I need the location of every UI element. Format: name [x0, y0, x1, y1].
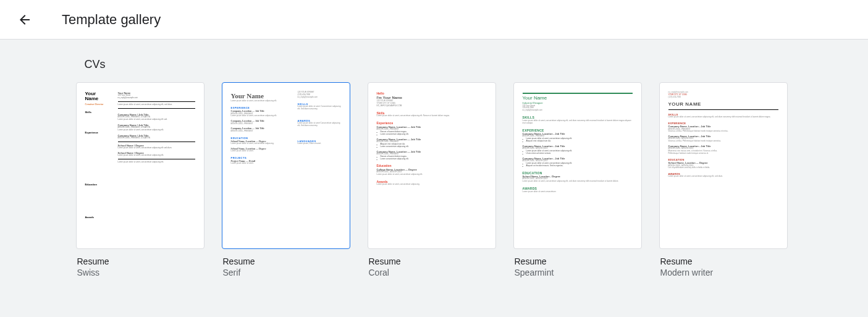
content-area: CVs Your Name Creative Director Skills E… — [0, 40, 868, 317]
template-subtitle: Serif — [222, 268, 350, 277]
arrow-left-icon — [17, 12, 32, 27]
template-thumbnail: Your Name Creative Director Skills Exper… — [76, 82, 204, 249]
thumb-name: YOUR NAME — [668, 101, 778, 108]
template-thumbnail: Hello I'm Your Name 123 YOUR STREET YOUR… — [368, 82, 496, 249]
thumb-role: Creative Director — [85, 103, 113, 106]
template-title: Resume — [513, 256, 642, 266]
template-card-spearmint[interactable]: Your Name Industrial Designer 123 Your S… — [513, 82, 642, 277]
template-title: Resume — [368, 256, 496, 266]
template-title: Resume — [659, 256, 788, 266]
template-thumbnail: no_reply@example.com YOUR CITY, ST 12345… — [659, 82, 788, 249]
template-card-modern-writer[interactable]: no_reply@example.com YOUR CITY, ST 12345… — [659, 82, 788, 277]
template-title: Resume — [222, 256, 350, 266]
template-row: Your Name Creative Director Skills Exper… — [76, 82, 793, 277]
template-card-coral[interactable]: Hello I'm Your Name 123 YOUR STREET YOUR… — [368, 82, 496, 277]
thumb-name: Your Name — [523, 95, 633, 101]
header-bar: Template gallery — [0, 0, 868, 40]
thumb-label: Awards — [85, 216, 113, 219]
thumb-name: Your Name — [231, 91, 292, 100]
template-thumbnail: Your Name Industrial Designer 123 Your S… — [513, 82, 642, 249]
template-thumbnail: Your Name Lorem ipsum dolor sit amet, co… — [222, 82, 350, 249]
template-subtitle: Swiss — [76, 268, 204, 277]
back-button[interactable] — [12, 7, 37, 32]
template-subtitle: Coral — [368, 268, 496, 277]
template-subtitle: Modern writer — [659, 268, 788, 277]
page-title: Template gallery — [62, 12, 161, 28]
section-title: CVs — [76, 58, 793, 71]
template-card-swiss[interactable]: Your Name Creative Director Skills Exper… — [76, 82, 204, 277]
template-card-serif[interactable]: Your Name Lorem ipsum dolor sit amet, co… — [222, 82, 350, 277]
template-title: Resume — [76, 256, 204, 266]
thumb-name: Name — [85, 96, 113, 101]
template-subtitle: Spearmint — [513, 268, 642, 277]
